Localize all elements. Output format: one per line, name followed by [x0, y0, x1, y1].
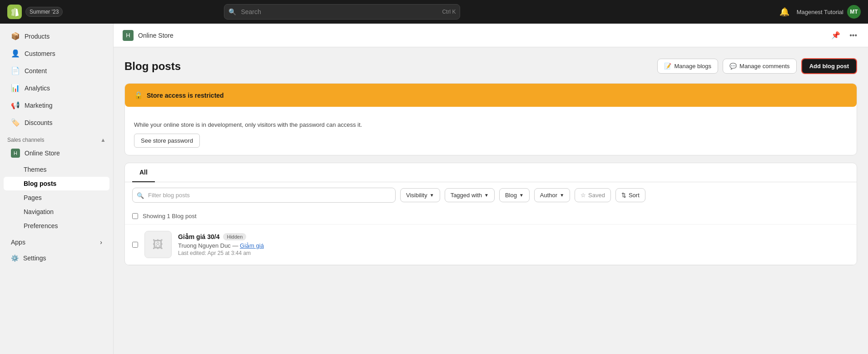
visibility-chevron-icon: ▼	[430, 193, 434, 198]
page-title: Blog posts	[124, 60, 181, 73]
sidebar-item-discounts[interactable]: 🏷️ Discounts	[4, 114, 109, 131]
blog-filter-button[interactable]: Blog ▼	[499, 188, 530, 202]
search-input[interactable]	[224, 4, 460, 20]
sidebar-item-customers[interactable]: 👤 Customers	[4, 45, 109, 62]
posts-count: Showing 1 Blog post	[143, 213, 197, 219]
post-blog-link[interactable]: Giảm giá	[240, 242, 264, 249]
sales-channels-section: Sales channels ▲	[0, 131, 113, 145]
post-title-row: Giảm giá 30/4 Hidden	[178, 233, 849, 240]
search-shortcut: Ctrl K	[442, 9, 456, 15]
author-filter-button[interactable]: Author ▼	[534, 188, 570, 202]
sidebar-sub-item-blog-posts[interactable]: Blog posts	[4, 177, 109, 190]
topnav: Summer '23 🔍 Ctrl K 🔔 Magenest Tutorial …	[0, 0, 868, 24]
manage-comments-icon: 💬	[729, 63, 737, 70]
user-menu-button[interactable]: Magenest Tutorial MT	[797, 5, 861, 19]
store-header-icon: H	[123, 30, 134, 41]
sidebar: 📦 Products 👤 Customers 📄 Content 📊 Analy…	[0, 24, 114, 354]
layout: 📦 Products 👤 Customers 📄 Content 📊 Analy…	[0, 24, 868, 354]
add-blog-post-button[interactable]: Add blog post	[801, 58, 857, 74]
logo-area: Summer '23	[7, 5, 63, 19]
settings-icon: ⚙️	[11, 254, 19, 262]
post-status-badge: Hidden	[223, 233, 246, 240]
online-store-icon: H	[11, 149, 20, 158]
lock-icon: 🔒	[134, 91, 143, 100]
shopify-logo-icon	[7, 5, 22, 19]
sidebar-sub-item-preferences[interactable]: Preferences	[4, 219, 109, 233]
post-info: Giảm giá 30/4 Hidden Truong Nguyen Duc —…	[178, 233, 849, 256]
pin-button[interactable]: 📌	[829, 29, 842, 41]
manage-blogs-button[interactable]: 📝 Manage blogs	[657, 59, 718, 74]
visibility-filter-button[interactable]: Visibility ▼	[400, 188, 440, 202]
customers-icon: 👤	[11, 49, 20, 58]
table-row: 🖼 Giảm giá 30/4 Hidden Truong Nguyen Duc…	[125, 224, 857, 265]
sidebar-sub-item-themes[interactable]: Themes	[4, 163, 109, 176]
sidebar-item-analytics[interactable]: 📊 Analytics	[4, 80, 109, 96]
sidebar-sub-items: Themes Blog posts Pages Navigation Prefe…	[0, 161, 113, 234]
content-area: Blog posts 📝 Manage blogs 💬 Manage comme…	[114, 47, 868, 354]
notification-bell-button[interactable]: 🔔	[778, 5, 791, 19]
sidebar-item-settings[interactable]: ⚙️ Settings	[4, 250, 109, 266]
tagged-with-filter-button[interactable]: Tagged with ▼	[445, 188, 495, 202]
search-icon: 🔍	[228, 8, 236, 15]
products-icon: 📦	[11, 32, 20, 40]
search-bar: 🔍 Ctrl K	[224, 4, 460, 20]
apps-chevron-icon: ›	[100, 239, 102, 246]
filter-posts-input[interactable]	[132, 188, 396, 203]
analytics-icon: 📊	[11, 84, 20, 92]
posts-count-row: Showing 1 Blog post	[125, 208, 857, 224]
store-header-actions: 📌 •••	[829, 29, 859, 41]
image-placeholder-icon: 🖼	[153, 238, 164, 251]
star-icon: ☆	[580, 192, 586, 199]
post-meta: Truong Nguyen Duc — Giảm giá	[178, 242, 849, 249]
user-avatar: MT	[847, 5, 861, 19]
sidebar-item-marketing[interactable]: 📢 Marketing	[4, 97, 109, 114]
page-actions: 📝 Manage blogs 💬 Manage comments Add blo…	[657, 58, 857, 74]
sidebar-item-products[interactable]: 📦 Products	[4, 28, 109, 45]
summer-badge: Summer '23	[25, 7, 63, 17]
sidebar-sub-item-navigation[interactable]: Navigation	[4, 205, 109, 219]
alert-banner: 🔒 Store access is restricted	[125, 84, 857, 107]
sidebar-item-content[interactable]: 📄 Content	[4, 62, 109, 79]
alert-body: While your online store is in developmen…	[125, 114, 857, 155]
alert-description: While your online store is in developmen…	[134, 121, 848, 128]
more-options-button[interactable]: •••	[848, 30, 859, 41]
sidebar-nav: 📦 Products 👤 Customers 📄 Content 📊 Analy…	[0, 24, 113, 270]
marketing-icon: 📢	[11, 101, 20, 110]
content-icon: 📄	[11, 66, 20, 75]
post-thumbnail: 🖼	[144, 231, 172, 258]
posts-tabs: All	[125, 163, 857, 182]
sort-icon: ⇅	[621, 192, 626, 199]
saved-button[interactable]: ☆ Saved	[575, 188, 611, 202]
alert-card: 🔒 Store access is restricted While your …	[124, 83, 857, 155]
main-content: H Online Store 📌 ••• Blog posts 📝 Manage…	[114, 24, 868, 354]
sort-button[interactable]: ⇅ Sort	[615, 188, 645, 202]
tab-all[interactable]: All	[132, 163, 155, 182]
sales-channels-chevron-icon: ▲	[100, 137, 106, 143]
page-header: Blog posts 📝 Manage blogs 💬 Manage comme…	[124, 58, 857, 74]
select-all-checkbox[interactable]	[132, 213, 138, 219]
store-header-bar: H Online Store 📌 •••	[114, 24, 868, 47]
filter-search-icon: 🔍	[137, 192, 144, 199]
alert-title: 🔒 Store access is restricted	[134, 91, 848, 100]
tagged-with-chevron-icon: ▼	[484, 193, 489, 198]
user-name: Magenest Tutorial	[797, 9, 843, 15]
post-date: Last edited: Apr 25 at 3:44 am	[178, 250, 849, 256]
sidebar-item-online-store[interactable]: H Online Store	[4, 145, 109, 161]
posts-card: All 🔍 Visibility ▼ Tagged with ▼	[124, 163, 857, 265]
manage-blogs-icon: 📝	[664, 63, 671, 70]
post-row-checkbox[interactable]	[132, 242, 138, 248]
discounts-icon: 🏷️	[11, 118, 20, 127]
posts-filters: 🔍 Visibility ▼ Tagged with ▼ Blog ▼	[125, 182, 857, 208]
post-title: Giảm giá 30/4	[178, 233, 219, 240]
see-store-password-button[interactable]: See store password	[134, 134, 200, 148]
sidebar-item-apps[interactable]: Apps ›	[4, 234, 109, 250]
manage-comments-button[interactable]: 💬 Manage comments	[723, 59, 797, 74]
blog-chevron-icon: ▼	[519, 193, 524, 198]
topnav-right: 🔔 Magenest Tutorial MT	[778, 5, 861, 19]
store-header-title: Online Store	[138, 32, 174, 39]
sidebar-sub-item-pages[interactable]: Pages	[4, 191, 109, 204]
author-chevron-icon: ▼	[560, 193, 564, 198]
filter-search-container: 🔍	[132, 188, 396, 203]
